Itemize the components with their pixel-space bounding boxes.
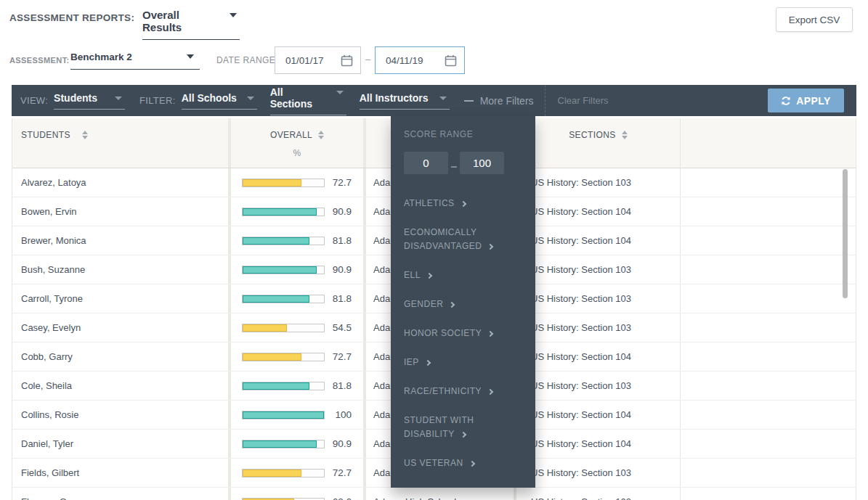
chevron-right-icon (460, 432, 466, 438)
overall-column-header[interactable]: OVERALL % (231, 118, 366, 168)
student-name-cell: Flowers, Guy (12, 488, 231, 500)
overall-score-cell: 72.7 (231, 168, 366, 197)
section-cell: US History: Section 104 (516, 401, 681, 429)
school-cell: Adams High School (366, 488, 516, 500)
filter-category-ell[interactable]: ELL (404, 269, 519, 282)
filter-category-race-ethnicity[interactable]: RACE/ETHNICITY (404, 385, 519, 398)
date-start-input[interactable]: 01/01/17 (275, 46, 361, 74)
sections-column-header[interactable]: SECTIONS (516, 118, 681, 168)
filter-category-student-with-disability[interactable]: STUDENT WITH DISABILITY (404, 414, 519, 441)
apply-button[interactable]: APPLY (768, 89, 844, 112)
filter-category-label: ATHLETICS (404, 198, 455, 208)
section-cell: US History: Section 103 (516, 372, 681, 400)
section-cell: US History: Section 103 (516, 168, 681, 197)
student-name-cell: Alvarez, Latoya (12, 168, 231, 197)
student-name-cell: Carroll, Tyrone (12, 284, 231, 313)
export-csv-button[interactable]: Export CSV (776, 7, 853, 32)
filter-category-athletics[interactable]: ATHLETICS (404, 197, 519, 210)
empty-cell (681, 430, 856, 458)
section-cell: US History: Section 104 (516, 430, 681, 458)
overall-score-cell: 54.5 (231, 313, 366, 342)
chevron-right-icon (449, 302, 455, 308)
schools-filter-value: All Schools (182, 92, 237, 104)
filter-category-label: RACE/ETHNICITY (404, 386, 482, 396)
date-end-value: 04/11/19 (386, 55, 445, 66)
view-dropdown[interactable]: Students (54, 92, 125, 110)
score-max-input[interactable] (460, 152, 504, 174)
score-bar (242, 179, 325, 187)
filter-category-label: GENDER (404, 299, 443, 309)
more-filters-label: More Filters (480, 95, 534, 107)
filter-category-economically-disadvantaged[interactable]: ECONOMICALLY DISADVANTAGED (404, 226, 519, 253)
empty-cell (681, 197, 856, 226)
student-name-cell: Collins, Rosie (12, 401, 231, 429)
assessment-report-page: ASSESSMENT REPORTS: Overall Results Expo… (0, 0, 868, 500)
filter-category-iep[interactable]: IEP (404, 356, 519, 369)
more-filters-toggle[interactable]: More Filters (464, 95, 534, 107)
empty-cell (681, 372, 856, 400)
score-bar (242, 237, 325, 245)
overall-score-value: 90.9 (325, 206, 363, 217)
score-bar-fill (243, 295, 309, 303)
overall-score-cell: 63.6 (231, 488, 366, 500)
filter-category-us-veteran[interactable]: US VETERAN (404, 456, 519, 470)
filter-category-label: US VETERAN (404, 458, 463, 468)
overall-score-cell: 90.9 (231, 197, 366, 226)
chevron-right-icon (487, 331, 493, 337)
score-bar-fill (243, 382, 309, 390)
clear-filters-button[interactable]: Clear Filters (558, 95, 609, 106)
overall-score-value: 90.9 (325, 264, 363, 275)
schools-filter-dropdown[interactable]: All Schools (182, 92, 257, 110)
empty-cell (681, 168, 856, 197)
score-bar (242, 353, 325, 361)
section-cell: US History: Section 104 (516, 197, 681, 226)
chevron-down-icon (115, 97, 122, 100)
section-cell: US History: Section 104 (516, 226, 681, 255)
score-range-label: SCORE RANGE (404, 129, 522, 139)
students-column-header[interactable]: STUDENTS (12, 118, 231, 168)
empty-cell (681, 226, 856, 255)
filter-category-honor-society[interactable]: HONOR SOCIETY (404, 327, 519, 340)
filter-category-label: ECONOMICALLY DISADVANTAGED (404, 227, 482, 251)
filter-category-gender[interactable]: GENDER (404, 298, 519, 311)
score-min-input[interactable] (404, 152, 448, 174)
score-bar-fill (243, 470, 301, 477)
more-filters-panel: SCORE RANGE – ATHLETICSECONOMICALLY DISA… (391, 116, 535, 488)
overall-score-value: 100 (325, 409, 363, 420)
chevron-right-icon (460, 201, 466, 207)
filter-category-label: ELL (404, 270, 421, 280)
refresh-icon (781, 96, 791, 106)
sections-filter-dropdown[interactable]: All Sections (270, 86, 346, 115)
date-end-input[interactable]: 04/11/19 (375, 46, 465, 74)
calendar-icon[interactable] (341, 54, 353, 67)
overall-score-value: 81.8 (325, 235, 363, 246)
vertical-scrollbar-thumb[interactable] (843, 169, 848, 298)
assessment-dropdown[interactable]: Benchmark 2 (70, 52, 200, 70)
overall-score-cell: 90.9 (231, 255, 366, 284)
report-type-value: Overall Results (142, 9, 182, 33)
overall-header-label: OVERALL (270, 130, 312, 140)
score-bar (242, 266, 325, 274)
section-cell: US History: Section 103 (516, 488, 681, 500)
calendar-icon[interactable] (445, 54, 457, 67)
overall-score-cell: 72.7 (231, 459, 366, 487)
report-type-dropdown[interactable]: Overall Results (142, 9, 240, 40)
empty-cell (681, 459, 856, 487)
overall-score-value: 54.5 (325, 322, 363, 333)
empty-column-header (681, 118, 856, 168)
chevron-down-icon (439, 97, 447, 100)
empty-cell (681, 255, 856, 284)
student-name-cell: Daniel, Tyler (12, 430, 231, 458)
score-range-separator: – (448, 160, 460, 173)
sort-icon (622, 131, 628, 139)
filter-category-list: ATHLETICSECONOMICALLY DISADVANTAGEDELLGE… (404, 197, 522, 470)
section-cell: US History: Section 103 (516, 255, 681, 284)
score-bar-fill (243, 440, 317, 448)
empty-cell (681, 488, 856, 500)
chevron-down-icon (187, 54, 194, 59)
instructors-filter-dropdown[interactable]: All Instructors (360, 92, 450, 110)
sections-header-label: SECTIONS (569, 130, 616, 140)
filter-label: FILTER: (139, 95, 176, 106)
toolbar-divider (545, 85, 545, 116)
score-bar (242, 208, 325, 216)
